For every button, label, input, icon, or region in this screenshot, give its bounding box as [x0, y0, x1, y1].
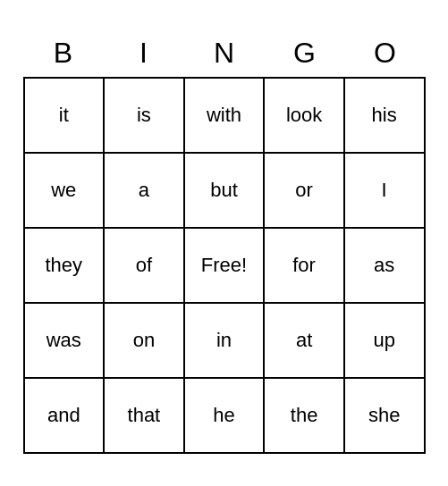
bingo-cell[interactable]: is	[105, 79, 185, 152]
bingo-cell[interactable]: the	[265, 379, 345, 452]
bingo-cell[interactable]: on	[105, 304, 185, 377]
bingo-cell[interactable]: for	[265, 229, 345, 302]
bingo-cell[interactable]: at	[265, 304, 345, 377]
bingo-cell[interactable]: we	[25, 154, 106, 227]
bingo-header-letter: O	[345, 33, 426, 73]
bingo-cell[interactable]: or	[265, 154, 345, 227]
bingo-row: itiswithlookhis	[25, 79, 424, 154]
bingo-card: BINGO itiswithlookhisweabutorItheyofFree…	[23, 33, 426, 454]
bingo-cell[interactable]: with	[185, 79, 266, 152]
free-space[interactable]: Free!	[185, 229, 266, 302]
bingo-row: theyofFree!foras	[25, 229, 424, 304]
bingo-cell[interactable]: and	[25, 379, 106, 452]
bingo-cell[interactable]: look	[265, 79, 345, 152]
bingo-cell[interactable]: it	[25, 79, 106, 152]
bingo-cell[interactable]: in	[185, 304, 266, 377]
bingo-cell[interactable]: I	[345, 154, 424, 227]
bingo-cell[interactable]: they	[25, 229, 106, 302]
bingo-header: BINGO	[23, 33, 426, 73]
bingo-cell[interactable]: was	[25, 304, 106, 377]
bingo-cell[interactable]: but	[185, 154, 266, 227]
bingo-cell[interactable]: he	[185, 379, 266, 452]
bingo-row: andthathetheshe	[25, 379, 424, 452]
bingo-cell[interactable]: she	[345, 379, 424, 452]
bingo-cell[interactable]: a	[105, 154, 185, 227]
bingo-header-letter: G	[265, 33, 345, 73]
bingo-cell[interactable]: as	[345, 229, 424, 302]
bingo-row: weabutorI	[25, 154, 424, 229]
bingo-cell[interactable]: up	[345, 304, 424, 377]
bingo-header-letter: B	[23, 33, 104, 73]
bingo-header-letter: I	[104, 33, 184, 73]
bingo-cell[interactable]: that	[105, 379, 185, 452]
bingo-grid: itiswithlookhisweabutorItheyofFree!foras…	[23, 77, 426, 454]
bingo-cell[interactable]: of	[105, 229, 185, 302]
bingo-cell[interactable]: his	[345, 79, 424, 152]
bingo-row: wasoninatup	[25, 304, 424, 379]
bingo-header-letter: N	[184, 33, 265, 73]
